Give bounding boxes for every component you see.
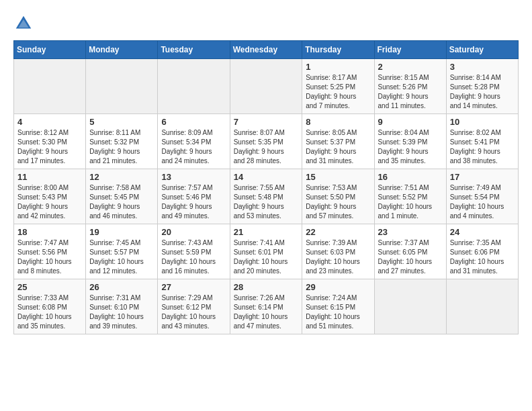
- calendar-week-row: 11Sunrise: 8:00 AM Sunset: 5:43 PM Dayli…: [14, 169, 519, 224]
- day-number: 20: [161, 227, 226, 237]
- day-info: Sunrise: 7:29 AM Sunset: 6:12 PM Dayligh…: [161, 293, 226, 331]
- calendar-cell: 6Sunrise: 8:09 AM Sunset: 5:34 PM Daylig…: [158, 114, 230, 169]
- day-info: Sunrise: 7:45 AM Sunset: 5:57 PM Dayligh…: [89, 238, 154, 276]
- calendar-cell: 8Sunrise: 8:05 AM Sunset: 5:37 PM Daylig…: [302, 114, 374, 169]
- day-info: Sunrise: 7:43 AM Sunset: 5:59 PM Dayligh…: [161, 238, 226, 276]
- day-number: 3: [450, 62, 515, 72]
- day-info: Sunrise: 7:37 AM Sunset: 6:05 PM Dayligh…: [378, 238, 443, 276]
- day-info: Sunrise: 7:24 AM Sunset: 6:15 PM Dayligh…: [306, 293, 370, 331]
- calendar-cell: 4Sunrise: 8:12 AM Sunset: 5:30 PM Daylig…: [14, 114, 86, 169]
- day-number: 23: [378, 227, 443, 237]
- calendar-cell: 28Sunrise: 7:26 AM Sunset: 6:14 PM Dayli…: [230, 279, 302, 334]
- day-info: Sunrise: 8:12 AM Sunset: 5:30 PM Dayligh…: [17, 128, 82, 166]
- day-info: Sunrise: 8:04 AM Sunset: 5:39 PM Dayligh…: [378, 128, 443, 166]
- day-header-saturday: Saturday: [446, 41, 518, 59]
- day-info: Sunrise: 7:31 AM Sunset: 6:10 PM Dayligh…: [89, 293, 154, 331]
- calendar-cell: [86, 59, 158, 114]
- day-info: Sunrise: 7:55 AM Sunset: 5:48 PM Dayligh…: [234, 183, 299, 221]
- day-info: Sunrise: 7:41 AM Sunset: 6:01 PM Dayligh…: [234, 238, 299, 276]
- calendar-cell: [446, 279, 518, 334]
- day-number: 15: [306, 172, 370, 182]
- day-info: Sunrise: 8:15 AM Sunset: 5:26 PM Dayligh…: [378, 73, 443, 111]
- day-number: 19: [89, 227, 154, 237]
- day-number: 6: [161, 117, 226, 127]
- day-number: 13: [161, 172, 226, 182]
- day-header-wednesday: Wednesday: [230, 41, 302, 59]
- day-number: 2: [378, 62, 443, 72]
- calendar-cell: 22Sunrise: 7:39 AM Sunset: 6:03 PM Dayli…: [302, 224, 374, 279]
- calendar-cell: 16Sunrise: 7:51 AM Sunset: 5:52 PM Dayli…: [374, 169, 446, 224]
- calendar-cell: [158, 59, 230, 114]
- calendar-cell: 27Sunrise: 7:29 AM Sunset: 6:12 PM Dayli…: [158, 279, 230, 334]
- calendar-cell: 13Sunrise: 7:57 AM Sunset: 5:46 PM Dayli…: [158, 169, 230, 224]
- calendar-cell: 29Sunrise: 7:24 AM Sunset: 6:15 PM Dayli…: [302, 279, 374, 334]
- calendar-week-row: 4Sunrise: 8:12 AM Sunset: 5:30 PM Daylig…: [14, 114, 519, 169]
- calendar-cell: 12Sunrise: 7:58 AM Sunset: 5:45 PM Dayli…: [86, 169, 158, 224]
- calendar-week-row: 1Sunrise: 8:17 AM Sunset: 5:25 PM Daylig…: [14, 59, 519, 114]
- calendar-header-row: SundayMondayTuesdayWednesdayThursdayFrid…: [14, 41, 519, 59]
- calendar-cell: [14, 59, 86, 114]
- day-info: Sunrise: 7:26 AM Sunset: 6:14 PM Dayligh…: [234, 293, 299, 331]
- day-info: Sunrise: 7:35 AM Sunset: 6:06 PM Dayligh…: [450, 238, 515, 276]
- calendar-cell: 2Sunrise: 8:15 AM Sunset: 5:26 PM Daylig…: [374, 59, 446, 114]
- calendar-cell: 9Sunrise: 8:04 AM Sunset: 5:39 PM Daylig…: [374, 114, 446, 169]
- day-info: Sunrise: 7:51 AM Sunset: 5:52 PM Dayligh…: [378, 183, 443, 221]
- day-number: 18: [17, 227, 82, 237]
- calendar-cell: 7Sunrise: 8:07 AM Sunset: 5:35 PM Daylig…: [230, 114, 302, 169]
- calendar-table: SundayMondayTuesdayWednesdayThursdayFrid…: [13, 40, 519, 334]
- calendar-week-row: 25Sunrise: 7:33 AM Sunset: 6:08 PM Dayli…: [14, 279, 519, 334]
- day-number: 1: [306, 62, 370, 72]
- day-number: 24: [450, 227, 515, 237]
- day-header-sunday: Sunday: [14, 41, 86, 59]
- page-header: [13, 13, 519, 34]
- day-info: Sunrise: 7:57 AM Sunset: 5:46 PM Dayligh…: [161, 183, 226, 221]
- calendar-cell: 5Sunrise: 8:11 AM Sunset: 5:32 PM Daylig…: [86, 114, 158, 169]
- day-number: 17: [450, 172, 515, 182]
- calendar-cell: [230, 59, 302, 114]
- day-number: 28: [234, 282, 299, 292]
- day-info: Sunrise: 8:00 AM Sunset: 5:43 PM Dayligh…: [17, 183, 82, 221]
- day-info: Sunrise: 7:49 AM Sunset: 5:54 PM Dayligh…: [450, 183, 515, 221]
- calendar-cell: 23Sunrise: 7:37 AM Sunset: 6:05 PM Dayli…: [374, 224, 446, 279]
- day-info: Sunrise: 7:53 AM Sunset: 5:50 PM Dayligh…: [306, 183, 370, 221]
- day-number: 9: [378, 117, 443, 127]
- day-info: Sunrise: 8:09 AM Sunset: 5:34 PM Dayligh…: [161, 128, 226, 166]
- day-info: Sunrise: 8:05 AM Sunset: 5:37 PM Dayligh…: [306, 128, 370, 166]
- calendar-cell: 24Sunrise: 7:35 AM Sunset: 6:06 PM Dayli…: [446, 224, 518, 279]
- calendar-cell: 3Sunrise: 8:14 AM Sunset: 5:28 PM Daylig…: [446, 59, 518, 114]
- day-info: Sunrise: 8:17 AM Sunset: 5:25 PM Dayligh…: [306, 73, 370, 111]
- day-number: 22: [306, 227, 370, 237]
- calendar-cell: 10Sunrise: 8:02 AM Sunset: 5:41 PM Dayli…: [446, 114, 518, 169]
- day-info: Sunrise: 7:47 AM Sunset: 5:56 PM Dayligh…: [17, 238, 82, 276]
- day-number: 14: [234, 172, 299, 182]
- calendar-cell: 25Sunrise: 7:33 AM Sunset: 6:08 PM Dayli…: [14, 279, 86, 334]
- day-info: Sunrise: 8:14 AM Sunset: 5:28 PM Dayligh…: [450, 73, 515, 111]
- day-number: 26: [89, 282, 154, 292]
- day-number: 29: [306, 282, 370, 292]
- day-number: 5: [89, 117, 154, 127]
- day-info: Sunrise: 8:07 AM Sunset: 5:35 PM Dayligh…: [234, 128, 299, 166]
- calendar-cell: 21Sunrise: 7:41 AM Sunset: 6:01 PM Dayli…: [230, 224, 302, 279]
- calendar-cell: 26Sunrise: 7:31 AM Sunset: 6:10 PM Dayli…: [86, 279, 158, 334]
- calendar-week-row: 18Sunrise: 7:47 AM Sunset: 5:56 PM Dayli…: [14, 224, 519, 279]
- day-number: 16: [378, 172, 443, 182]
- day-number: 25: [17, 282, 82, 292]
- day-number: 11: [17, 172, 82, 182]
- logo-icon: [13, 13, 34, 34]
- day-number: 21: [234, 227, 299, 237]
- day-header-thursday: Thursday: [302, 41, 374, 59]
- day-info: Sunrise: 7:39 AM Sunset: 6:03 PM Dayligh…: [306, 238, 370, 276]
- calendar-cell: [374, 279, 446, 334]
- day-number: 10: [450, 117, 515, 127]
- calendar-cell: 18Sunrise: 7:47 AM Sunset: 5:56 PM Dayli…: [14, 224, 86, 279]
- day-info: Sunrise: 7:58 AM Sunset: 5:45 PM Dayligh…: [89, 183, 154, 221]
- calendar-cell: 1Sunrise: 8:17 AM Sunset: 5:25 PM Daylig…: [302, 59, 374, 114]
- day-number: 27: [161, 282, 226, 292]
- day-header-monday: Monday: [86, 41, 158, 59]
- day-number: 4: [17, 117, 82, 127]
- day-number: 8: [306, 117, 370, 127]
- day-header-friday: Friday: [374, 41, 446, 59]
- day-header-tuesday: Tuesday: [158, 41, 230, 59]
- day-number: 7: [234, 117, 299, 127]
- logo: [13, 13, 36, 34]
